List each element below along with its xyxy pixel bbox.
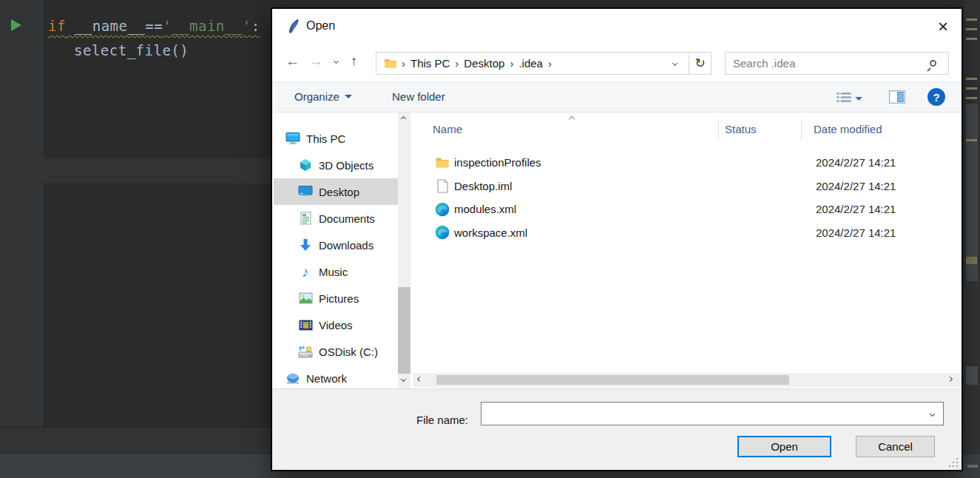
refresh-button[interactable]: ↻ <box>689 53 711 74</box>
column-header-date-modified[interactable]: Date modified <box>814 123 882 135</box>
crumb-separator-icon[interactable]: › <box>547 57 552 70</box>
view-mode-dropdown-icon[interactable] <box>855 97 862 101</box>
file-list-header: Name Status Date modified <box>413 117 962 142</box>
back-icon[interactable]: ← <box>285 53 300 70</box>
warning-stripe-mark <box>966 78 977 80</box>
sidebar-item-this-pc[interactable]: This PC <box>274 125 398 152</box>
navigation-sidebar: This PC 3D Objects Desktop Documents <box>274 112 398 388</box>
file-row-workspace-xml[interactable]: workspace.xml 2024/2/27 14:21 <box>413 221 962 245</box>
dialog-nav-row: ← → ↑ › This PC › Desktop › .idea › ↻ <box>272 45 962 81</box>
sidebar-item-videos[interactable]: Videos <box>274 312 398 338</box>
sidebar-item-osdisk[interactable]: OSDisk (C:) <box>274 338 398 365</box>
refresh-icon: ↻ <box>695 55 705 71</box>
edge-icon <box>435 202 450 217</box>
column-header-name[interactable]: Name <box>433 123 462 135</box>
code-line-1[interactable]: if __name__=='__main__': <box>48 18 260 34</box>
warning-stripe-mark <box>966 18 977 21</box>
file-list-horizontal-scrollbar[interactable] <box>413 373 962 387</box>
sidebar-label: This PC <box>306 132 345 145</box>
code-keyword: if <box>48 18 66 34</box>
sidebar-label: Documents <box>319 212 375 225</box>
file-date: 2024/2/27 14:21 <box>816 156 896 169</box>
scroll-right-icon[interactable] <box>947 377 953 382</box>
new-folder-button[interactable]: New folder <box>392 90 445 103</box>
breadcrumb-this-pc[interactable]: This PC <box>406 57 454 70</box>
help-button[interactable]: ? <box>927 88 945 106</box>
up-icon[interactable]: ↑ <box>351 53 358 70</box>
sidebar-item-downloads[interactable]: Downloads <box>274 232 398 258</box>
recent-locations-chevron-icon[interactable] <box>334 58 339 64</box>
open-button-label: Open <box>771 440 798 453</box>
crumb-separator-icon[interactable]: › <box>454 57 459 70</box>
column-divider[interactable] <box>801 120 802 141</box>
code-line-2[interactable]: select_file() <box>74 42 189 58</box>
breadcrumb-idea[interactable]: .idea <box>514 57 547 70</box>
sidebar-scrollbar-thumb[interactable] <box>398 287 410 374</box>
editor-scrollbar-thumb[interactable] <box>966 104 978 281</box>
preview-pane-icon[interactable] <box>889 90 905 104</box>
column-header-status[interactable]: Status <box>725 123 757 135</box>
dialog-title: Open <box>306 19 335 33</box>
dialog-titlebar[interactable]: Open × <box>272 9 962 45</box>
sidebar-label: Downloads <box>319 239 374 252</box>
crumb-separator-icon[interactable]: › <box>509 57 514 70</box>
open-button[interactable]: Open <box>737 436 831 457</box>
run-button-icon[interactable] <box>11 19 21 31</box>
combobox-chevron-icon[interactable] <box>930 411 935 416</box>
file-date: 2024/2/27 14:21 <box>816 180 896 192</box>
sort-ascending-icon <box>569 116 575 122</box>
cube-icon <box>298 158 313 172</box>
sidebar-item-desktop[interactable]: Desktop <box>274 178 398 205</box>
sidebar-label: OSDisk (C:) <box>319 346 378 358</box>
monitor-icon <box>298 184 313 199</box>
cancel-button[interactable]: Cancel <box>856 436 935 457</box>
music-note-icon: ♪ <box>298 264 313 279</box>
file-name-label: File name: <box>416 414 468 426</box>
file-row-modules-xml[interactable]: modules.xml 2024/2/27 14:21 <box>413 198 962 221</box>
close-button[interactable]: × <box>925 9 962 44</box>
scroll-up-icon[interactable] <box>401 116 406 121</box>
breadcrumb: › This PC › Desktop › .idea › <box>376 53 689 74</box>
sidebar-label: Pictures <box>319 292 359 305</box>
organize-button[interactable]: Organize <box>294 90 352 103</box>
sidebar-item-3d-objects[interactable]: 3D Objects <box>274 152 398 178</box>
open-file-dialog: Open × ← → ↑ › This PC › Desktop › .idea… <box>271 7 963 471</box>
search-icon[interactable] <box>930 60 936 67</box>
folder-icon <box>435 155 450 170</box>
sidebar-item-pictures[interactable]: Pictures <box>274 285 398 312</box>
close-icon: × <box>938 16 948 37</box>
ide-resize-dash <box>967 465 978 468</box>
search-box <box>725 52 949 75</box>
forward-icon[interactable]: → <box>309 53 323 70</box>
edge-icon <box>435 225 450 240</box>
file-date: 2024/2/27 14:21 <box>816 226 896 239</box>
code-colon: : <box>251 18 260 34</box>
sidebar-item-music[interactable]: ♪ Music <box>274 258 398 285</box>
crumb-separator-icon[interactable]: › <box>401 57 406 70</box>
search-input[interactable] <box>726 57 930 70</box>
address-bar[interactable]: › This PC › Desktop › .idea › ↻ <box>376 52 712 75</box>
editor-scrollbar-thumb-lower[interactable] <box>966 366 978 385</box>
column-divider[interactable] <box>718 120 719 141</box>
dialog-content: This PC 3D Objects Desktop Documents <box>272 112 962 388</box>
sidebar-item-network[interactable]: Network <box>274 365 398 388</box>
sidebar-label: 3D Objects <box>319 159 374 172</box>
file-row-inspectionprofiles[interactable]: inspectionProfiles 2024/2/27 14:21 <box>413 151 962 175</box>
breadcrumb-desktop[interactable]: Desktop <box>459 57 509 70</box>
file-name-input[interactable] <box>481 408 930 420</box>
scroll-down-icon[interactable] <box>401 377 406 382</box>
sidebar-label: Videos <box>319 319 353 331</box>
sidebar-item-documents[interactable]: Documents <box>274 205 398 232</box>
sidebar-scrollbar[interactable] <box>398 112 410 388</box>
view-mode-icon[interactable] <box>837 92 851 103</box>
horizontal-scrollbar-thumb[interactable] <box>436 375 789 385</box>
scroll-left-icon[interactable] <box>417 377 422 382</box>
resize-grip[interactable] <box>949 458 959 468</box>
file-name: modules.xml <box>454 203 516 215</box>
organize-dropdown-icon <box>345 95 352 98</box>
film-icon <box>298 317 313 332</box>
file-date: 2024/2/27 14:21 <box>816 203 896 215</box>
computer-icon <box>285 131 300 146</box>
address-dropdown-chevron-icon[interactable] <box>672 61 677 66</box>
file-row-desktop-iml[interactable]: Desktop.iml 2024/2/27 14:21 <box>413 175 962 198</box>
